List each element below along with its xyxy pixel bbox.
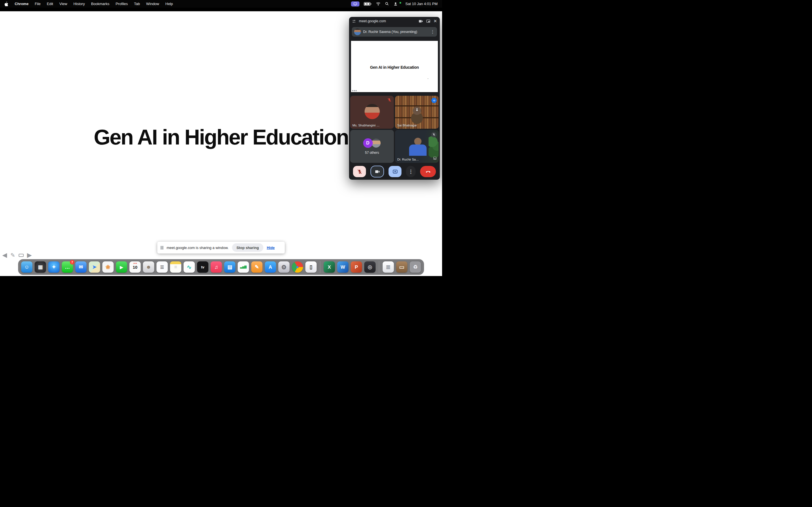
image-overlay-icon[interactable] bbox=[433, 156, 437, 161]
end-call-button[interactable] bbox=[420, 166, 436, 177]
dock-icon-mail[interactable]: ✉ bbox=[75, 262, 87, 273]
preview-slide-title: Gen AI in Higher Education bbox=[351, 65, 438, 69]
presenter-more-icon[interactable]: ⋮ bbox=[430, 29, 435, 34]
mic-muted-icon bbox=[387, 98, 392, 103]
dock-icon-messages[interactable]: 7 … bbox=[62, 262, 73, 273]
presenter-name: Dr. Ruchir Saxena (You, presenting) bbox=[363, 30, 428, 34]
wifi-icon[interactable] bbox=[376, 1, 380, 6]
dock-icon-utility[interactable]: ◎ bbox=[364, 262, 375, 273]
menu-item[interactable]: Help bbox=[165, 2, 173, 6]
dock-icon-contacts[interactable]: ☻ bbox=[143, 262, 154, 273]
dock-icon-finder[interactable]: ☺ bbox=[21, 262, 33, 273]
dock-icon-word[interactable]: W bbox=[337, 262, 349, 273]
dock-icon-freeform[interactable]: ∿ bbox=[184, 262, 195, 273]
dock-icon-notes[interactable]: ≡ bbox=[170, 262, 181, 273]
menu-clock[interactable]: Sat 10 Jan 4:01 PM bbox=[405, 2, 438, 6]
dock-icon-keynote[interactable]: ▤ bbox=[224, 262, 236, 273]
participant-name: Sai Bhatnagar bbox=[397, 124, 417, 127]
participant-video bbox=[414, 138, 421, 145]
dock-office: X W P bbox=[324, 262, 375, 273]
picture-in-picture-icon[interactable] bbox=[426, 19, 430, 23]
menu-item[interactable]: History bbox=[73, 2, 85, 6]
dock-apps: ☺ ▦ ✦ bbox=[21, 262, 317, 273]
presenter-avatar bbox=[354, 29, 361, 35]
back-arrow-icon[interactable]: ▶ bbox=[2, 252, 7, 258]
others-count: 57 others bbox=[365, 151, 379, 155]
participant-tile-sai[interactable]: Sai Bhatnagar bbox=[395, 96, 439, 129]
menu-item[interactable]: Window bbox=[146, 2, 159, 6]
dock-icon-trash[interactable]: ♻ bbox=[410, 262, 421, 273]
stop-sharing-button[interactable]: Stop sharing bbox=[232, 243, 263, 252]
pinned-icon bbox=[414, 108, 419, 114]
menu-item[interactable]: Profiles bbox=[116, 2, 128, 6]
others-avatars: D bbox=[363, 138, 381, 148]
battery-icon[interactable] bbox=[364, 2, 371, 6]
pip-window-title: meet.google.com bbox=[359, 19, 386, 23]
dock-icon-iphone-mirroring[interactable]: ▯ bbox=[305, 262, 317, 273]
participant-tile-shubhangini[interactable]: Ms. Shubhangini … bbox=[350, 96, 394, 129]
dock-icon-powerpoint[interactable]: P bbox=[351, 262, 362, 273]
participant-grid: Ms. Shubhangini … Sai Bhatnagar D 57 oth… bbox=[350, 96, 439, 163]
dock-divider bbox=[379, 261, 379, 273]
window-tool-icon[interactable] bbox=[18, 254, 24, 257]
menu-bar: Chrome FileEditViewHistoryBookmarksProfi… bbox=[0, 0, 442, 8]
shared-slide-preview[interactable]: Gen AI in Higher Education ’ bbox=[351, 41, 438, 92]
screen-sharing-indicator-icon[interactable] bbox=[351, 1, 359, 6]
spotlight-search-icon[interactable] bbox=[385, 2, 389, 6]
dock-files: ≣ ▭ ♻ bbox=[383, 262, 421, 273]
mute-microphone-button[interactable] bbox=[353, 166, 366, 177]
menu-item[interactable]: Bookmarks bbox=[91, 2, 109, 6]
menu-item[interactable]: File bbox=[35, 2, 41, 6]
presenter-row[interactable]: Dr. Ruchir Saxena (You, presenting) ⋮ bbox=[352, 27, 437, 37]
dock-icon-screenshot[interactable]: ▭ bbox=[396, 262, 407, 273]
menu-app-name[interactable]: Chrome bbox=[15, 2, 29, 6]
hide-banner-link[interactable]: Hide bbox=[267, 245, 274, 250]
apple-logo-icon[interactable] bbox=[4, 2, 8, 6]
screen-share-banner: meet.google.com is sharing a window. Sto… bbox=[157, 242, 285, 253]
more-options-button[interactable]: ⋮ bbox=[406, 166, 416, 177]
dock-icon-reminders[interactable]: ☰ bbox=[156, 262, 168, 273]
dock-icon-pages[interactable]: ✎ bbox=[251, 262, 262, 273]
participant-avatar bbox=[364, 104, 380, 119]
camera-toggle-button[interactable] bbox=[370, 166, 384, 177]
dock-icon-chrome[interactable]: ● bbox=[292, 262, 303, 273]
dock-icon-safari[interactable]: ✦ bbox=[48, 262, 59, 273]
dock-icon-music[interactable]: ♫ bbox=[211, 262, 222, 273]
participant-tile-others[interactable]: D 57 others bbox=[350, 130, 394, 163]
dock-icon-calendar[interactable]: JAN 10 bbox=[130, 262, 141, 273]
menu-item[interactable]: Tab bbox=[134, 2, 140, 6]
annotation-toolbar: ▶ ✎ ▶ bbox=[2, 252, 32, 258]
dock-icon-numbers[interactable]: ▃▅▇ bbox=[238, 262, 249, 273]
menu-bar-left: Chrome FileEditViewHistoryBookmarksProfi… bbox=[4, 2, 173, 6]
videocam-icon[interactable] bbox=[418, 19, 423, 24]
participant-video-body bbox=[409, 145, 426, 156]
dock-icon-system-settings[interactable]: ⚙ bbox=[278, 262, 290, 273]
dock-icon-app-store[interactable]: A bbox=[265, 262, 276, 273]
app-menus: FileEditViewHistoryBookmarksProfilesTabW… bbox=[35, 2, 173, 6]
dock-icon-photos[interactable]: ❀ bbox=[102, 262, 114, 273]
slide-toolbar-icons bbox=[352, 90, 357, 91]
avatar-letter: D bbox=[363, 138, 373, 148]
dock-icon-apple-tv[interactable]: tv bbox=[197, 262, 208, 273]
pen-tool-icon[interactable]: ✎ bbox=[10, 252, 15, 258]
menu-bar-status: Sat 10 Jan 4:01 PM bbox=[351, 1, 438, 6]
dock-divider bbox=[320, 261, 320, 273]
menu-item[interactable]: View bbox=[59, 2, 67, 6]
present-screen-button[interactable] bbox=[389, 166, 402, 177]
dock: ☺ ▦ ✦ bbox=[18, 259, 424, 275]
dock-icon-excel[interactable]: X bbox=[324, 262, 335, 273]
share-banner-message: meet.google.com is sharing a window. bbox=[167, 245, 229, 250]
tune-settings-icon[interactable] bbox=[352, 19, 356, 23]
dock-icon-documents[interactable]: ≣ bbox=[383, 262, 394, 273]
dock-icon-facetime[interactable]: ▶ bbox=[116, 262, 127, 273]
user-switch-icon[interactable] bbox=[393, 2, 398, 6]
dock-icon-maps[interactable]: ➤ bbox=[89, 262, 100, 273]
close-icon[interactable]: ✕ bbox=[434, 18, 437, 24]
forward-arrow-icon[interactable]: ▶ bbox=[27, 252, 32, 258]
participant-name: Dr. Ruchir Sa… bbox=[397, 158, 419, 161]
preview-stray-mark: ’ bbox=[428, 78, 428, 81]
menu-item[interactable]: Edit bbox=[47, 2, 53, 6]
participant-tile-ruchir[interactable]: Dr. Ruchir Sa… bbox=[395, 130, 439, 163]
dock-icon-launchpad[interactable]: ▦ bbox=[35, 262, 46, 273]
slide-title: Gen AI in Higher Education bbox=[94, 125, 348, 149]
